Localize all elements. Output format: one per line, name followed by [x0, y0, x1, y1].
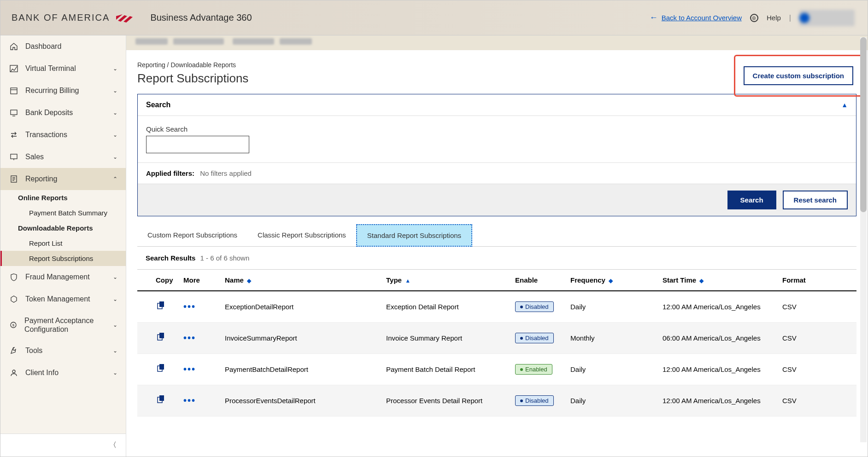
applied-filters-value: No filters applied — [200, 169, 252, 177]
cell-frequency: Monthly — [566, 323, 658, 354]
svg-rect-25 — [159, 395, 164, 401]
col-name[interactable]: Name ◆ — [220, 270, 381, 291]
cell-name: InvoiceSummaryReport — [220, 323, 381, 354]
hex-icon — [9, 294, 19, 304]
sort-asc-icon: ▲ — [404, 278, 411, 284]
brand-text: BANK OF AMERICA — [12, 12, 110, 23]
enable-badge[interactable]: Disabled — [515, 301, 554, 312]
scrollbar[interactable] — [860, 37, 867, 442]
cog-icon: $ — [9, 320, 18, 330]
more-icon[interactable]: ••• — [183, 395, 196, 405]
tab-custom-report-subscriptions[interactable]: Custom Report Subscriptions — [137, 225, 247, 246]
chevron-down-icon: ⌄ — [113, 87, 117, 94]
sidebar-sub-downloadable-reports[interactable]: Downloadable Reports — [0, 220, 126, 236]
breadcrumb-child[interactable]: Downloadable Reports — [170, 61, 236, 69]
svg-rect-6 — [11, 110, 17, 115]
cell-start: 12:00 AM America/Los_Angeles — [658, 354, 778, 385]
sidebar-item-fraud-management[interactable]: Fraud Management ⌄ — [0, 266, 126, 288]
sidebar-label: Recurring Billing — [25, 87, 79, 95]
tab-standard-report-subscriptions[interactable]: Standard Report Subscriptions — [356, 224, 472, 247]
search-panel: Search ▲ Quick Search Applied filters: N… — [137, 94, 856, 216]
chevron-down-icon: ⌄ — [113, 110, 117, 116]
enable-badge[interactable]: Enabled — [515, 364, 552, 375]
col-start-time[interactable]: Start Time ◆ — [658, 270, 778, 291]
applied-filters-label: Applied filters: — [146, 169, 194, 177]
chevron-down-icon: ⌄ — [113, 154, 117, 160]
sidebar-item-sales[interactable]: Sales ⌄ — [0, 146, 126, 168]
sidebar-sub-report-list[interactable]: Report List — [0, 236, 126, 251]
sidebar-item-transactions[interactable]: Transactions ⌄ — [0, 124, 126, 146]
chevron-down-icon: ⌄ — [113, 274, 117, 280]
chevron-down-icon: ⌄ — [113, 322, 117, 328]
search-button[interactable]: Search — [727, 191, 776, 209]
quick-search-label: Quick Search — [146, 125, 848, 133]
col-type[interactable]: Type ▲ — [381, 270, 510, 291]
col-frequency[interactable]: Frequency ◆ — [566, 270, 658, 291]
sidebar-sub-report-subscriptions[interactable]: Report Subscriptions — [0, 251, 126, 266]
copy-icon[interactable] — [156, 334, 166, 344]
tabs: Custom Report Subscriptions Classic Repo… — [137, 225, 856, 247]
svg-rect-21 — [159, 333, 164, 338]
search-panel-title: Search — [146, 101, 170, 109]
table-row: ••• ProcessorEventsDetailReport Processo… — [137, 385, 856, 417]
quick-search-input[interactable] — [146, 136, 249, 153]
sidebar-item-payment-acceptance[interactable]: $ Payment Acceptance Configuration ⌄ — [0, 310, 126, 340]
sidebar-sub-online-reports[interactable]: Online Reports — [0, 190, 126, 205]
cell-frequency: Daily — [566, 291, 658, 323]
screen-icon — [9, 152, 19, 162]
more-icon[interactable]: ••• — [183, 333, 196, 343]
cell-name: ProcessorEventsDetailReport — [220, 385, 381, 417]
col-format: Format — [778, 270, 856, 291]
enable-badge[interactable]: Disabled — [515, 395, 554, 406]
enable-badge[interactable]: Disabled — [515, 333, 554, 343]
account-bar — [126, 35, 868, 50]
sidebar-label: Sales — [25, 153, 44, 161]
create-custom-subscription-button[interactable]: Create custom subscription — [744, 66, 853, 85]
help-icon[interactable]: ◎ — [750, 14, 758, 22]
cell-start: 06:00 AM America/Los_Angeles — [658, 323, 778, 354]
sidebar-sub-payment-batch-summary[interactable]: Payment Batch Summary — [0, 205, 126, 220]
copy-icon[interactable] — [156, 396, 166, 406]
search-collapse-toggle[interactable]: ▲ — [841, 101, 848, 109]
breadcrumb: Reporting / Downloadable Reports — [137, 61, 248, 69]
sidebar-label: Transactions — [25, 131, 67, 139]
reset-search-button[interactable]: Reset search — [783, 191, 848, 209]
svg-rect-19 — [159, 301, 164, 307]
table-row: ••• PaymentBatchDetailReport Payment Bat… — [137, 354, 856, 385]
topbar: BANK OF AMERICA Business Advantage 360 ←… — [0, 0, 868, 35]
breadcrumb-parent[interactable]: Reporting — [137, 61, 165, 69]
more-icon[interactable]: ••• — [183, 301, 196, 312]
sidebar-item-virtual-terminal[interactable]: Virtual Terminal ⌄ — [0, 58, 126, 80]
user-menu[interactable] — [799, 10, 855, 26]
sort-icon: ◆ — [607, 278, 613, 284]
sidebar-label: Payment Acceptance Configuration — [24, 316, 113, 334]
swap-icon — [9, 130, 19, 140]
sidebar-item-recurring-billing[interactable]: Recurring Billing ⌄ — [0, 80, 126, 102]
sidebar-label: Bank Deposits — [25, 109, 73, 117]
tab-classic-report-subscriptions[interactable]: Classic Report Subscriptions — [247, 225, 356, 246]
sidebar-item-client-info[interactable]: Client Info ⌄ — [0, 362, 126, 384]
cell-format: CSV — [778, 354, 856, 385]
sidebar-item-bank-deposits[interactable]: Bank Deposits ⌄ — [0, 102, 126, 124]
sidebar-item-reporting[interactable]: Reporting ⌃ — [0, 168, 126, 190]
sidebar-label: Reporting — [25, 175, 57, 183]
help-link[interactable]: Help — [767, 14, 781, 22]
table-row: ••• InvoiceSummaryReport Invoice Summary… — [137, 323, 856, 354]
cell-type: Payment Batch Detail Report — [381, 354, 510, 385]
col-enable: Enable — [510, 270, 566, 291]
cell-name: ExceptionDetailReport — [220, 291, 381, 323]
copy-icon[interactable] — [156, 302, 166, 312]
back-to-overview-link[interactable]: Back to Account Overview — [662, 14, 742, 22]
sidebar-label: Token Management — [25, 295, 90, 303]
wrench-icon — [9, 346, 19, 356]
sidebar-collapse-button[interactable]: 〈 — [0, 434, 126, 457]
brand-logo-icon — [115, 13, 134, 23]
copy-icon[interactable] — [156, 365, 166, 375]
scrollbar-thumb[interactable] — [860, 37, 867, 212]
sidebar-item-dashboard[interactable]: Dashboard — [0, 35, 126, 58]
more-icon[interactable]: ••• — [183, 364, 196, 374]
sidebar-item-token-management[interactable]: Token Management ⌄ — [0, 288, 126, 310]
chart-icon — [9, 64, 19, 74]
cell-type: Exception Detail Report — [381, 291, 510, 323]
sidebar-item-tools[interactable]: Tools ⌄ — [0, 340, 126, 362]
